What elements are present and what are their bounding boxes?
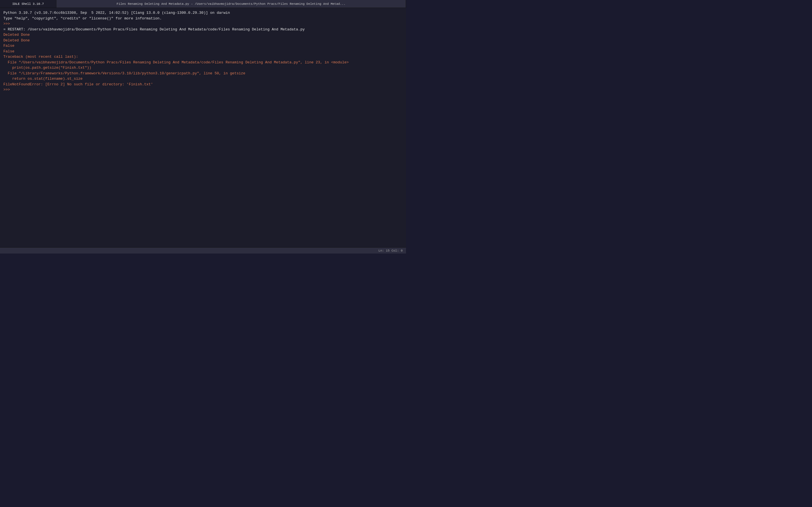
ln-col-indicator: Ln: 15 Col: 0 (378, 249, 403, 252)
prompt-symbol: >>> (3, 87, 12, 93)
title-bar: IDLE Shell 3.10.7 Files Renaming Deletin… (0, 0, 406, 8)
shell-line: File "/Library/Frameworks/Python.framewo… (3, 71, 403, 76)
prompt-line[interactable]: >>> (3, 21, 403, 27)
shell-line: FileNotFoundError: [Errno 2] No such fil… (3, 82, 403, 87)
prompt-line[interactable]: >>> (3, 87, 403, 93)
idle-window: IDLE Shell 3.10.7 Files Renaming Deletin… (0, 0, 406, 253)
shell-line: False (3, 43, 403, 49)
shell-line: = RESTART: /Users/vaibhavmojidra/Documen… (3, 27, 403, 33)
tab-file-label: Files Renaming Deleting And Metadata.py … (117, 2, 346, 6)
shell-line: print(os.path.getsize("Finish.txt")) (3, 65, 403, 71)
shell-line: False (3, 49, 403, 54)
prompt-symbol: >>> (3, 21, 12, 27)
shell-line: Deleted Done (3, 38, 403, 43)
shell-line: File "/Users/vaibhavmojidra/Documents/Py… (3, 60, 403, 65)
tab-idle-label: IDLE Shell 3.10.7 (12, 2, 44, 6)
status-bar: Ln: 15 Col: 0 (0, 247, 406, 253)
shell-line: Deleted Done (3, 32, 403, 38)
shell-line: return os.stat(filename).st_size (3, 76, 403, 82)
tab-idle-shell[interactable]: IDLE Shell 3.10.7 (0, 0, 56, 8)
shell-line: Python 3.10.7 (v3.10.7:6cc6b13308, Sep 5… (3, 10, 403, 16)
shell-output[interactable]: Python 3.10.7 (v3.10.7:6cc6b13308, Sep 5… (0, 8, 406, 247)
tab-file[interactable]: Files Renaming Deleting And Metadata.py … (56, 0, 406, 8)
shell-line: Traceback (most recent call last): (3, 54, 403, 60)
shell-line: Type "help", "copyright", "credits" or "… (3, 16, 403, 21)
